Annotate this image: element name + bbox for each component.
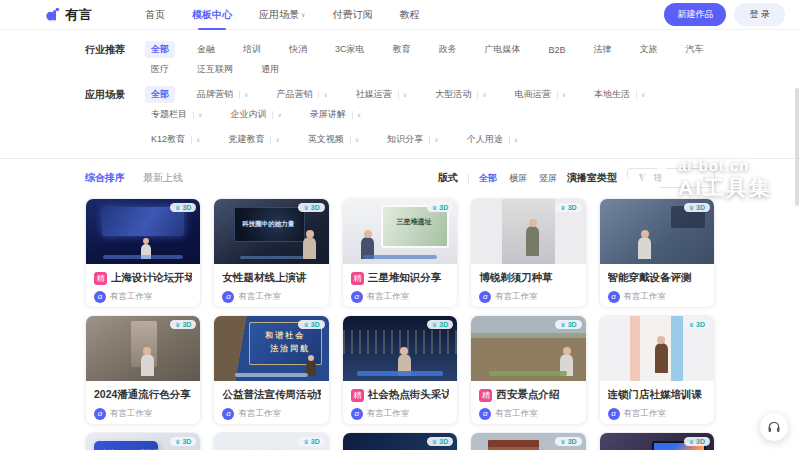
filter-option[interactable]: 党建教育 ∨ — [222, 131, 285, 148]
sort-option[interactable]: 综合排序 — [85, 171, 125, 185]
chevron-down-icon[interactable]: ∨ — [244, 91, 248, 98]
nav-item[interactable]: 教程 — [399, 8, 419, 22]
filter-option[interactable]: 品牌营销 ∨ — [191, 86, 254, 103]
scrollbar-thumb[interactable] — [795, 88, 799, 206]
filter-option[interactable]: 个人用途 ∨ — [461, 131, 524, 148]
template-card[interactable]: ♛ 3D 精 上海设计论坛开场主持 ɑ 有言工作室 — [85, 198, 201, 308]
filter-option[interactable]: 汽车 — [680, 41, 710, 58]
layout-option[interactable]: 全部 — [479, 172, 497, 185]
option-divider — [477, 91, 478, 99]
template-card[interactable]: 三星堆遗址 ♛ 3D 精 三星堆知识分享 ɑ 有言工作室 — [342, 198, 458, 308]
nav-item[interactable]: 首页 — [145, 8, 165, 22]
option-divider — [398, 91, 399, 99]
badge-3d-label: 3D — [439, 321, 448, 328]
filter-option[interactable]: B2B — [543, 43, 572, 57]
chevron-down-icon[interactable]: ∨ — [403, 91, 407, 98]
template-card[interactable]: 冰岛 ICELAND ♛ 3D ɑ 有言工作室 — [213, 432, 329, 450]
chevron-down-icon[interactable]: ∨ — [323, 91, 327, 98]
layout-label: 版式 — [438, 171, 458, 185]
filter-option[interactable]: 文旅 — [634, 41, 664, 58]
chevron-down-icon[interactable]: ∨ — [357, 111, 361, 118]
nav-item[interactable]: 应用场景 ∨ — [259, 8, 305, 22]
presenter-figure — [306, 361, 316, 376]
filter-option[interactable]: 英文视频 ∨ — [302, 131, 365, 148]
chevron-down-icon[interactable]: ∨ — [434, 136, 438, 143]
chevron-down-icon[interactable]: ∨ — [641, 91, 645, 98]
chevron-down-icon[interactable]: ∨ — [275, 136, 279, 143]
filter-option[interactable]: 快消 — [283, 41, 313, 58]
filter-option[interactable]: 教育 — [387, 41, 417, 58]
template-card[interactable]: ♛ 3D 精 社会热点街头采访连线 ɑ 有言工作室 — [342, 315, 458, 425]
card-author-row: ɑ 有言工作室 — [479, 408, 577, 420]
template-card[interactable]: ♛ 3D 智能穿戴设备评测 ɑ 有言工作室 — [599, 198, 715, 308]
card-title: 上海设计论坛开场主持 — [111, 271, 192, 285]
filter-option[interactable]: 培训 — [237, 41, 267, 58]
create-work-button[interactable]: 新建作品 — [664, 3, 726, 26]
badge-3d-label: 3D — [311, 321, 320, 328]
card-title-row: 精 社会热点街头采访连线 — [351, 388, 449, 402]
sort-option[interactable]: 最新上线 — [143, 171, 183, 185]
card-title-row: 公益普法宣传周活动预告 — [222, 388, 320, 402]
filter-option[interactable]: 全部 — [145, 41, 175, 58]
badge-3d: ♛ 3D — [170, 320, 196, 329]
customer-service-button[interactable] — [760, 413, 788, 441]
template-card[interactable]: ♛ 3D 博锐剃须刀种草 ɑ 有言工作室 — [470, 198, 586, 308]
filter-option-label: 个人用途 — [467, 133, 503, 146]
badge-3d: ♛ 3D — [427, 203, 453, 212]
nav-item[interactable]: 模板中心 — [192, 8, 232, 22]
template-thumbnail: 冰岛 ICELAND ♛ 3D — [214, 433, 328, 450]
chevron-down-icon[interactable]: ∨ — [277, 111, 281, 118]
template-card[interactable]: 科技圈中的她力量 ♛ 3D 女性题材线上演讲 ɑ 有言工作室 — [213, 198, 329, 308]
chevron-down-icon[interactable]: ∨ — [482, 91, 486, 98]
presenter-figure — [141, 244, 151, 259]
login-button[interactable]: 登 录 — [734, 3, 785, 26]
filter-option[interactable]: 金融 — [191, 41, 221, 58]
filter-option[interactable]: 通用 — [255, 61, 285, 78]
filter-option[interactable]: 3C家电 — [329, 41, 371, 58]
filter-option-label: 法律 — [594, 43, 612, 56]
template-card[interactable]: 魔法项目管理学院 招生通知 ♛ 3D ɑ 有言工作室 — [85, 432, 201, 450]
filter-option[interactable]: 法律 — [588, 41, 618, 58]
filter-option[interactable]: 广电媒体 — [479, 41, 527, 58]
badge-3d: ♛ 3D — [684, 203, 710, 212]
filter-option-label: 文旅 — [640, 43, 658, 56]
filter-option[interactable]: 社媒运营 ∨ — [350, 86, 413, 103]
avatar: ɑ — [94, 291, 106, 303]
template-card[interactable]: 基础矫正 ♛ 3D ɑ 有言工作室 — [342, 432, 458, 450]
template-card[interactable]: ♛ 3D 2024潘通流行色分享 ɑ 有言工作室 — [85, 315, 201, 425]
filter-option[interactable]: 录屏讲解 ∨ — [304, 106, 367, 123]
filter-option[interactable]: 政务 — [433, 41, 463, 58]
filter-option[interactable]: 产品营销 ∨ — [270, 86, 333, 103]
option-divider — [557, 91, 558, 99]
crown-icon: ♛ — [689, 204, 694, 211]
chevron-down-icon[interactable]: ∨ — [562, 91, 566, 98]
filter-option[interactable]: 企业内训 ∨ — [224, 106, 287, 123]
chevron-down-icon[interactable]: ∨ — [198, 111, 202, 118]
filter-option[interactable]: K12教育 ∨ — [145, 131, 206, 148]
filter-option[interactable]: 医疗 — [145, 61, 175, 78]
filter-option[interactable]: 电商运营 ∨ — [509, 86, 572, 103]
filter-option[interactable]: 专题栏目 ∨ — [145, 106, 208, 123]
filter-option[interactable]: 知识分享 ∨ — [381, 131, 444, 148]
template-card[interactable]: 和谐社会 法治同航 ♛ 3D 公益普法宣传周活动预告 ɑ 有言工作室 — [213, 315, 329, 425]
layout-option[interactable]: 竖屏 — [539, 172, 557, 185]
filter-option[interactable]: 泛互联网 — [191, 61, 239, 78]
template-card[interactable]: ♛ 3D ɑ 有言工作室 — [470, 432, 586, 450]
filter-option[interactable]: 本地生活 ∨ — [588, 86, 651, 103]
template-card[interactable]: ♛ 3D 精 西安景点介绍 ɑ 有言工作室 — [470, 315, 586, 425]
chevron-down-icon[interactable]: ∨ — [355, 136, 359, 143]
nav-item[interactable]: 付费订阅 — [332, 8, 372, 22]
template-grid: ♛ 3D 精 上海设计论坛开场主持 ɑ 有言工作室 — [85, 198, 715, 450]
template-card[interactable]: ♛ 3D ɑ 有言工作室 — [599, 432, 715, 450]
filter-option[interactable]: 全部 — [145, 86, 175, 103]
filter-option[interactable]: 大型活动 ∨ — [429, 86, 492, 103]
card-author-row: ɑ 有言工作室 — [608, 291, 706, 303]
logo[interactable]: 有言 — [45, 6, 93, 24]
avatar: ɑ — [608, 408, 620, 420]
card-author-row: ɑ 有言工作室 — [351, 408, 449, 420]
template-card[interactable]: ♛ 3D 连锁门店社媒培训课 ɑ 有言工作室 — [599, 315, 715, 425]
chevron-down-icon[interactable]: ∨ — [196, 136, 200, 143]
chevron-down-icon[interactable]: ∨ — [514, 136, 518, 143]
layout-option[interactable]: 横屏 — [509, 172, 527, 185]
card-title: 三星堆知识分享 — [368, 271, 442, 285]
